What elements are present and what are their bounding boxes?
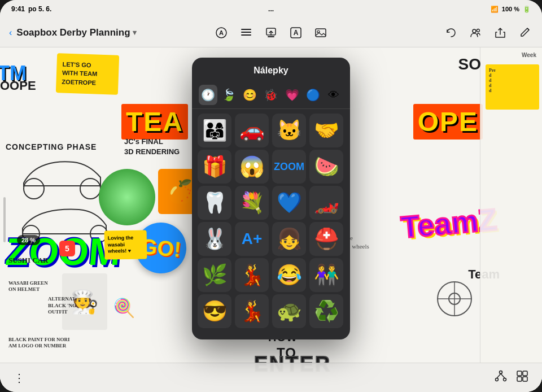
postit-zoetrope-text: LET'S GOWITH TEAMZOETROPE: [62, 60, 97, 86]
canvas-area: LET'S GOWITH TEAMZOETROPE TM OOPE TEA OP…: [0, 47, 542, 392]
svg-rect-4: [241, 34, 251, 36]
hierarchy-icon[interactable]: [495, 370, 507, 385]
sticker-laugh-cry[interactable]: 😂: [272, 258, 306, 292]
sticker-panel: Nálepky 🕐 🍃 😊 🐞 💗 🔵 👁 👨‍👩‍👧 🚗 🐱 🤝: [192, 58, 350, 339]
sticker-helmet[interactable]: ⛑️: [309, 222, 343, 256]
sticker-recycle[interactable]: ♻️: [309, 294, 343, 328]
pct-value: 28 %: [21, 237, 36, 243]
sticker-dancer[interactable]: 💃: [235, 258, 269, 292]
svg-line-25: [501, 374, 505, 378]
svg-rect-9: [316, 29, 326, 37]
svg-point-11: [473, 29, 476, 33]
edit-pencil-icon[interactable]: [517, 25, 533, 41]
zoom-percentage: 28 %: [17, 235, 40, 245]
wifi-icon: 📶: [491, 6, 499, 13]
jc-rendering-text: JC's FINAL3D RENDERING: [124, 137, 180, 157]
right-postit: Predddd: [486, 64, 539, 110]
sticker-cool[interactable]: 😎: [198, 294, 231, 328]
concepting-label: CONCEPTING PHASE: [6, 142, 97, 151]
sticker-race-car[interactable]: 🏎️: [309, 186, 343, 220]
lollipop-deco: 🍭: [113, 297, 136, 319]
svg-point-13: [24, 178, 44, 199]
document-title[interactable]: Soapbox Derby Planning ▾: [16, 27, 136, 38]
sticker-surprised[interactable]: 😱: [235, 150, 269, 184]
sticker-watermelon[interactable]: 🍉: [309, 150, 343, 184]
battery-icon: 🔋: [523, 6, 531, 13]
svg-point-14: [80, 178, 100, 199]
sticker-gift[interactable]: 🎁: [198, 150, 231, 184]
list-view-icon[interactable]: [238, 25, 254, 41]
svg-point-22: [496, 378, 499, 381]
ope-text-block: OPE: [413, 104, 483, 140]
sticker-flowers[interactable]: 💐: [235, 186, 269, 220]
sticker-tabs: 🕐 🍃 😊 🐞 💗 🔵 👁: [192, 81, 350, 109]
status-date: po 5. 6.: [28, 5, 51, 13]
back-button[interactable]: ‹: [9, 28, 12, 38]
postit-wasabi-text: Loving thewasabiwheels! ♥: [108, 235, 134, 254]
team-text-block: TEA: [121, 104, 188, 140]
sticker-cat[interactable]: 🐱: [272, 114, 306, 147]
tab-hearts[interactable]: 💗: [283, 85, 301, 105]
image-icon[interactable]: [313, 25, 329, 41]
sticker-leaves[interactable]: 🌿: [198, 258, 231, 292]
tab-eyes[interactable]: 👁: [325, 85, 343, 105]
nav-left: ‹ Soapbox Derby Planning ▾: [9, 27, 213, 38]
status-dots: ...: [268, 5, 274, 13]
bottom-right-icons: [495, 370, 528, 385]
format-a-icon[interactable]: A: [213, 25, 229, 41]
undo-icon[interactable]: [443, 25, 458, 41]
title-text: Soapbox Derby Planning: [16, 27, 130, 38]
tab-animals[interactable]: 🐞: [261, 85, 280, 105]
sticker-bunny[interactable]: 🐰: [198, 222, 231, 256]
collaborators-icon[interactable]: [467, 25, 483, 41]
sticker-red-car[interactable]: 🚗: [235, 114, 269, 147]
svg-rect-2: [241, 29, 251, 30]
sticker-girl[interactable]: 👧: [272, 222, 306, 256]
svg-point-21: [500, 371, 502, 374]
svg-point-23: [504, 378, 506, 381]
wheel-sketch-right: [435, 279, 474, 319]
title-chevron: ▾: [133, 28, 137, 37]
bottom-toolbar: ⋮: [0, 363, 542, 392]
svg-text:A: A: [294, 29, 299, 37]
battery-level: 100 %: [502, 6, 519, 12]
sticker-hands[interactable]: 🤝: [309, 114, 343, 147]
ipad-frame: 9:41 po 5. 6. ... 📶 100 % 🔋 ‹ Soapbox De…: [0, 0, 542, 392]
postit-zoetrope[interactable]: LET'S GOWITH TEAMZOETROPE: [56, 53, 119, 95]
sticker-teeth[interactable]: 🦷: [198, 186, 231, 220]
sushi-car-label: SUSHI CAR: [8, 256, 48, 265]
svg-rect-29: [523, 377, 527, 381]
grid-view-icon[interactable]: [516, 370, 528, 385]
nav-right-icons: [329, 25, 533, 41]
tab-nature[interactable]: 🍃: [220, 85, 238, 105]
svg-rect-28: [517, 377, 522, 381]
ope-text: OPE: [418, 107, 478, 137]
status-right: 📶 100 % 🔋: [491, 6, 531, 13]
nav-bar: ‹ Soapbox Derby Planning ▾ A: [0, 18, 542, 47]
sticker-grade[interactable]: A+: [235, 222, 269, 256]
sticker-grid: 👨‍👩‍👧 🚗 🐱 🤝 🎁 😱 ZOOM 🍉 🦷 💐 💙 🏎️ 🐰 A+ 👧: [192, 109, 350, 333]
tab-emoji[interactable]: 😊: [241, 85, 259, 105]
sticker-family[interactable]: 👨‍👩‍👧: [198, 114, 231, 147]
sticker-couple[interactable]: 👫: [309, 258, 343, 292]
sticker-blue-heart[interactable]: 💙: [272, 186, 306, 220]
text-format-icon[interactable]: A: [288, 25, 304, 41]
so-text: SO: [458, 55, 481, 73]
tab-recent[interactable]: 🕐: [199, 85, 217, 105]
add-link-icon[interactable]: ⋮: [14, 371, 25, 385]
upload-icon[interactable]: [263, 25, 279, 41]
status-bar: 9:41 po 5. 6. ... 📶 100 % 🔋: [0, 0, 542, 18]
svg-rect-27: [523, 371, 527, 376]
sticker-dancer2[interactable]: 💃: [235, 294, 269, 328]
share-icon[interactable]: [492, 25, 508, 41]
sticker-zoom-word[interactable]: ZOOM: [272, 150, 306, 184]
tab-blue[interactable]: 🔵: [304, 85, 322, 105]
postit-wasabi[interactable]: Loving thewasabiwheels! ♥: [104, 230, 147, 259]
status-time: 9:41: [11, 5, 25, 13]
back-chevron: ‹: [9, 28, 12, 38]
sticker-turtle[interactable]: 🐢: [272, 294, 306, 328]
bottom-left-icons: ⋮: [14, 371, 25, 385]
svg-point-12: [477, 29, 480, 32]
svg-point-10: [317, 31, 320, 33]
week-label: Week: [522, 52, 536, 58]
